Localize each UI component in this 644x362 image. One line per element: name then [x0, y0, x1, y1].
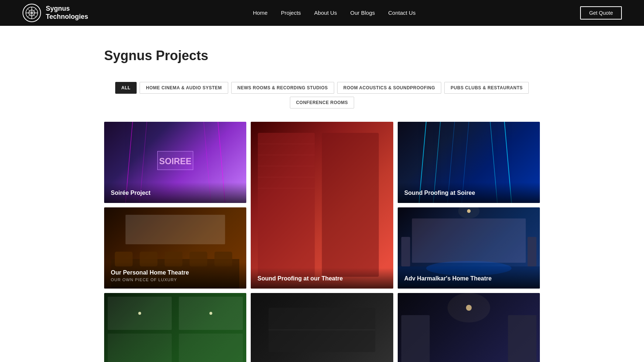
svg-rect-14: [322, 133, 379, 277]
project-card[interactable]: [251, 293, 393, 362]
card-decoration: [398, 293, 540, 362]
card-decoration: [251, 122, 393, 289]
nav-links: Home Projects About Us Our Blogs Contact…: [253, 10, 416, 16]
svg-rect-32: [126, 215, 225, 244]
project-card[interactable]: [104, 293, 246, 362]
filter-news-rooms[interactable]: NEWS ROOMS & RECORDING STUDIOS: [231, 82, 334, 94]
card-title: Sound Proofing at our Theatre: [257, 275, 386, 282]
svg-rect-51: [508, 315, 536, 362]
project-card[interactable]: Our Personal Home Theatre OUR OWN PIECE …: [104, 207, 246, 289]
svg-rect-36: [401, 237, 410, 266]
card-overlay: Sound Proofing at Soiree: [398, 182, 540, 203]
project-card[interactable]: Sound Proofing at Soiree: [398, 122, 540, 203]
card-decoration: [104, 293, 246, 362]
card-title: Sound Proofing at Soiree: [404, 190, 533, 196]
card-title: Our Personal Home Theatre: [111, 269, 240, 276]
svg-rect-43: [179, 334, 243, 362]
card-title: Soirée Project: [111, 190, 240, 196]
card-overlay: Sound Proofing at our Theatre: [251, 268, 393, 289]
nav-about[interactable]: About Us: [314, 10, 337, 16]
nav-home[interactable]: Home: [253, 10, 268, 16]
svg-rect-37: [527, 237, 536, 266]
svg-rect-42: [108, 334, 172, 362]
main-content: Sygnus Projects ALL HOME CINEMA & AUDIO …: [97, 26, 547, 362]
svg-point-45: [209, 312, 212, 315]
project-card[interactable]: [398, 293, 540, 362]
project-card[interactable]: Adv Harmalkar's Home Theatre: [398, 207, 540, 289]
filter-pubs-clubs[interactable]: PUBS CLUBS & RESTAURANTS: [444, 82, 529, 94]
nav-blogs[interactable]: Our Blogs: [350, 10, 375, 16]
nav-projects[interactable]: Projects: [281, 10, 301, 16]
filter-conference-rooms[interactable]: CONFERENCE ROOMS: [290, 97, 354, 108]
svg-rect-33: [412, 218, 525, 263]
card-subtitle: OUR OWN PIECE OF LUXURY: [111, 277, 240, 282]
navbar: Sygnus Technologies Home Projects About …: [0, 0, 644, 26]
projects-grid: SOIREE Soirée Project: [104, 122, 540, 362]
filter-room-acoustics[interactable]: ROOM ACOUSTICS & SOUNDPROOFING: [337, 82, 442, 94]
brand-name: Sygnus Technologies: [46, 5, 88, 21]
filter-home-cinema[interactable]: HOME CINEMA & AUDIO SYSTEM: [140, 82, 228, 94]
card-overlay: Adv Harmalkar's Home Theatre: [398, 268, 540, 289]
svg-point-39: [458, 207, 479, 218]
brand-logo[interactable]: Sygnus Technologies: [22, 3, 88, 23]
card-overlay: Soirée Project: [104, 182, 246, 203]
filter-all[interactable]: ALL: [115, 82, 137, 94]
svg-point-44: [138, 312, 141, 315]
get-quote-button[interactable]: Get Quote: [580, 6, 622, 20]
logo-icon: [22, 3, 41, 23]
project-card[interactable]: SOIREE Soirée Project: [104, 122, 246, 203]
card-decoration: [251, 293, 393, 362]
svg-rect-50: [401, 315, 429, 362]
filter-tabs: ALL HOME CINEMA & AUDIO SYSTEM NEWS ROOM…: [104, 82, 540, 108]
project-card[interactable]: Sound Proofing at our Theatre: [251, 122, 393, 289]
svg-text:SOIREE: SOIREE: [159, 156, 191, 166]
page-title: Sygnus Projects: [104, 48, 540, 63]
svg-point-49: [448, 293, 490, 323]
card-overlay: Our Personal Home Theatre OUR OWN PIECE …: [104, 262, 246, 289]
svg-rect-13: [258, 133, 315, 277]
nav-contact[interactable]: Contact Us: [388, 10, 415, 16]
card-title: Adv Harmalkar's Home Theatre: [404, 275, 533, 282]
